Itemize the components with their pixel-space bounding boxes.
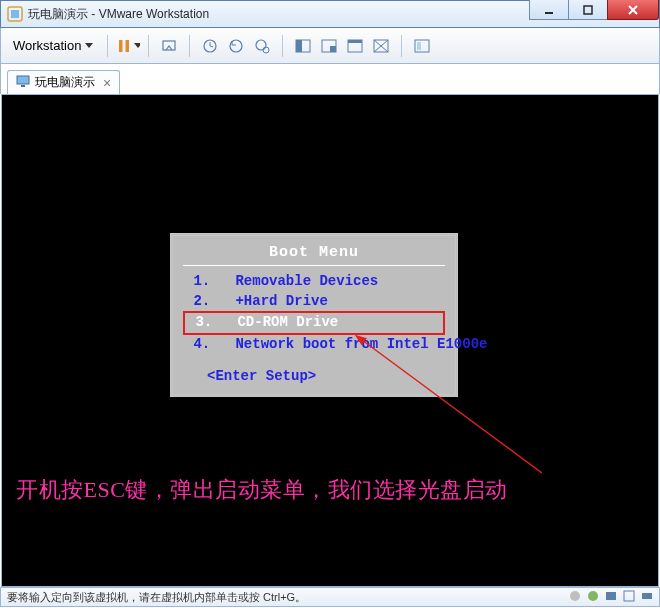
maximize-icon <box>583 5 593 15</box>
workstation-menu[interactable]: Workstation <box>7 34 99 57</box>
svg-rect-1 <box>11 10 19 18</box>
menubar: Workstation <box>0 28 660 64</box>
send-icon <box>161 38 177 54</box>
tabbar: 玩电脑演示 × <box>0 64 660 94</box>
revert-button[interactable] <box>224 34 248 58</box>
svg-point-15 <box>256 40 266 50</box>
minimize-button[interactable] <box>529 0 569 20</box>
unity-icon <box>373 39 389 53</box>
svg-rect-7 <box>119 40 123 52</box>
toolbar-button-1[interactable] <box>157 34 181 58</box>
unity-button[interactable] <box>369 34 393 58</box>
library-button[interactable] <box>410 34 434 58</box>
window-title: 玩电脑演示 - VMware Workstation <box>28 6 209 23</box>
fullscreen-button[interactable] <box>343 34 367 58</box>
svg-point-29 <box>570 591 580 601</box>
bios-divider <box>183 265 445 266</box>
minimize-icon <box>544 5 554 15</box>
status-tray <box>569 590 653 604</box>
clock-back-icon <box>228 38 244 54</box>
tray-icon-3[interactable] <box>605 590 617 604</box>
bios-enter-setup[interactable]: <Enter Setup> <box>183 368 445 384</box>
svg-rect-20 <box>330 46 336 52</box>
svg-rect-31 <box>606 592 616 600</box>
tray-icon-1[interactable] <box>569 590 581 604</box>
svg-point-30 <box>588 591 598 601</box>
thumbnail-icon <box>321 39 337 53</box>
pause-icon <box>116 37 131 55</box>
view-button-1[interactable] <box>291 34 315 58</box>
toolbar-separator <box>282 35 283 57</box>
library-icon <box>414 39 430 53</box>
svg-rect-33 <box>642 593 652 599</box>
vm-tab-label: 玩电脑演示 <box>35 74 95 91</box>
svg-rect-18 <box>296 40 302 52</box>
toolbar-separator <box>148 35 149 57</box>
titlebar: 玩电脑演示 - VMware Workstation <box>0 0 660 28</box>
statusbar-hint: 要将输入定向到该虚拟机，请在虚拟机内部单击或按 Ctrl+G。 <box>7 590 306 605</box>
manage-snapshot-button[interactable] <box>250 34 274 58</box>
snapshot-button[interactable] <box>198 34 222 58</box>
vm-display[interactable]: Boot Menu 1. Removable Devices 2. +Hard … <box>1 94 659 587</box>
close-icon <box>627 5 639 15</box>
fullscreen-icon <box>347 39 363 53</box>
vm-tab[interactable]: 玩电脑演示 × <box>7 70 120 94</box>
split-view-icon <box>295 39 311 53</box>
svg-rect-22 <box>348 40 362 43</box>
tray-icon-4[interactable] <box>623 590 635 604</box>
toolbar-separator <box>189 35 190 57</box>
svg-rect-3 <box>584 6 592 14</box>
svg-marker-6 <box>85 43 93 48</box>
view-button-2[interactable] <box>317 34 341 58</box>
svg-point-16 <box>263 47 269 53</box>
chevron-down-icon <box>85 43 93 49</box>
bios-title: Boot Menu <box>183 242 445 265</box>
tray-icon-2[interactable] <box>587 590 599 604</box>
svg-rect-25 <box>417 42 421 50</box>
maximize-button[interactable] <box>568 0 608 20</box>
annotation-text: 开机按ESC键，弹出启动菜单，我们选择光盘启动 <box>16 475 508 505</box>
toolbar-separator <box>401 35 402 57</box>
bios-item-network[interactable]: 4. Network boot from Intel E1000e <box>183 335 445 355</box>
svg-rect-32 <box>624 591 634 601</box>
chevron-down-icon <box>134 43 141 49</box>
bios-item-harddrive[interactable]: 2. +Hard Drive <box>183 292 445 312</box>
clock-icon <box>202 38 218 54</box>
svg-rect-8 <box>126 40 130 52</box>
close-button[interactable] <box>607 0 659 20</box>
svg-line-13 <box>210 46 213 47</box>
window-controls <box>530 0 659 20</box>
app-icon <box>7 6 23 22</box>
workstation-menu-label: Workstation <box>13 38 81 53</box>
svg-rect-26 <box>17 76 29 84</box>
tab-close-button[interactable]: × <box>103 75 111 91</box>
pause-button[interactable] <box>116 34 140 58</box>
statusbar: 要将输入定向到该虚拟机，请在虚拟机内部单击或按 Ctrl+G。 <box>0 587 660 607</box>
bios-item-cdrom[interactable]: 3. CD-ROM Drive <box>183 311 445 335</box>
svg-marker-9 <box>134 43 141 48</box>
toolbar-separator <box>107 35 108 57</box>
tray-icon-5[interactable] <box>641 590 653 604</box>
bios-boot-menu: Boot Menu 1. Removable Devices 2. +Hard … <box>170 233 458 397</box>
clock-gear-icon <box>254 38 270 54</box>
bios-item-removable[interactable]: 1. Removable Devices <box>183 272 445 292</box>
monitor-icon <box>16 75 30 90</box>
